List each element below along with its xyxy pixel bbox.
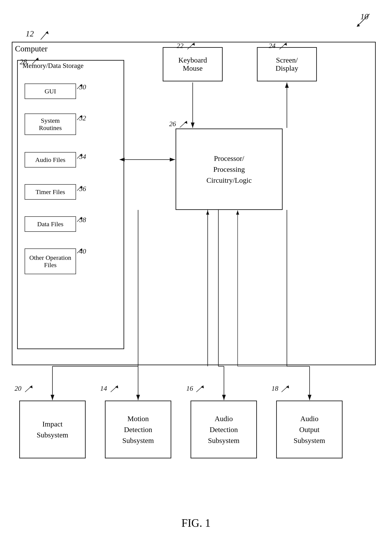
system-routines-box: System Routines xyxy=(25,114,76,135)
ref-34-arrow-svg xyxy=(76,153,85,160)
ref-14-arrow-svg xyxy=(110,385,120,393)
svg-marker-11 xyxy=(80,153,82,156)
page: 10 12 Computer Memory/Data Storage 28 GU… xyxy=(0,0,392,555)
ref-22-arrow-svg xyxy=(186,42,197,50)
timer-files-box: Timer Files xyxy=(25,184,76,200)
memory-box xyxy=(17,60,124,349)
audio-files-box: Audio Files xyxy=(25,152,76,168)
ref-18-arrow-svg xyxy=(280,385,291,393)
svg-marker-31 xyxy=(286,385,289,388)
other-files-box: Other Operation Files xyxy=(25,248,76,274)
ref-40-arrow-svg xyxy=(76,248,85,254)
ref-12-arrow-svg xyxy=(39,29,51,42)
ref-24-arrow-svg xyxy=(278,42,289,50)
svg-marker-3 xyxy=(46,31,49,34)
ref-16: 16 xyxy=(186,385,193,392)
svg-marker-27 xyxy=(115,385,118,388)
svg-marker-21 xyxy=(284,43,287,46)
ref-18: 18 xyxy=(271,385,278,392)
svg-marker-25 xyxy=(29,385,33,388)
svg-marker-23 xyxy=(184,121,187,124)
svg-marker-15 xyxy=(80,217,82,219)
impact-box: Impact Subsystem xyxy=(19,401,86,458)
ref-16-arrow-svg xyxy=(195,385,206,393)
ref-10-arrow-svg xyxy=(353,12,375,29)
audio-detect-box: Audio Detection Subsystem xyxy=(191,401,257,458)
ref-32-arrow-svg xyxy=(76,115,85,121)
audio-output-box: Audio Output Subsystem xyxy=(276,401,342,458)
keyboard-box: Keyboard Mouse xyxy=(163,47,223,81)
ref-20-arrow-svg xyxy=(24,385,35,393)
ref-20: 20 xyxy=(14,385,21,392)
ref-14: 14 xyxy=(100,385,107,392)
screen-box: Screen/ Display xyxy=(257,47,317,81)
svg-marker-19 xyxy=(192,43,195,46)
data-files-box: Data Files xyxy=(25,216,76,232)
fig-label: FIG. 1 xyxy=(182,517,211,529)
ref-22: 22 xyxy=(177,42,184,50)
svg-line-2 xyxy=(41,32,47,40)
motion-box: Motion Detection Subsystem xyxy=(105,401,171,458)
ref-12: 12 xyxy=(26,29,34,38)
svg-marker-17 xyxy=(80,248,82,251)
svg-marker-13 xyxy=(80,186,82,189)
ref-38-arrow-svg xyxy=(76,216,85,223)
svg-marker-7 xyxy=(80,84,82,87)
svg-marker-29 xyxy=(201,385,204,388)
processor-box: Processor/ Processing Circuitry/Logic xyxy=(176,129,283,210)
svg-marker-9 xyxy=(80,115,82,118)
ref-30-arrow-svg xyxy=(76,84,85,90)
svg-line-0 xyxy=(358,14,370,26)
ref-36-arrow-svg xyxy=(76,185,85,192)
ref-26: 26 xyxy=(169,120,176,128)
gui-box: GUI xyxy=(25,84,76,99)
ref-24: 24 xyxy=(269,42,276,50)
ref-26-arrow-svg xyxy=(179,120,189,129)
